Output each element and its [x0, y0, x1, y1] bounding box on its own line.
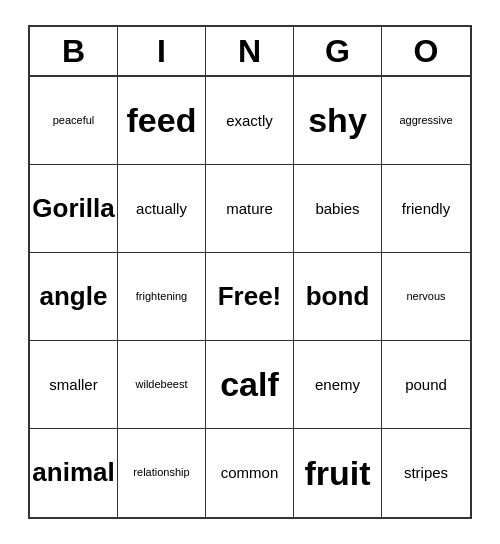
bingo-header: BINGO [30, 27, 470, 77]
bingo-cell-9[interactable]: friendly [382, 165, 470, 253]
bingo-cell-5[interactable]: Gorilla [30, 165, 118, 253]
bingo-cell-8[interactable]: babies [294, 165, 382, 253]
header-letter: I [118, 27, 206, 77]
bingo-cell-17[interactable]: calf [206, 341, 294, 429]
bingo-cell-20[interactable]: animal [30, 429, 118, 517]
bingo-cell-3[interactable]: shy [294, 77, 382, 165]
bingo-cell-21[interactable]: relationship [118, 429, 206, 517]
bingo-cell-19[interactable]: pound [382, 341, 470, 429]
bingo-cell-12[interactable]: Free! [206, 253, 294, 341]
bingo-grid: peacefulfeedexactlyshyaggressiveGorillaa… [30, 77, 470, 517]
bingo-cell-0[interactable]: peaceful [30, 77, 118, 165]
bingo-cell-13[interactable]: bond [294, 253, 382, 341]
bingo-cell-15[interactable]: smaller [30, 341, 118, 429]
header-letter: N [206, 27, 294, 77]
bingo-cell-11[interactable]: frightening [118, 253, 206, 341]
bingo-card: BINGO peacefulfeedexactlyshyaggressiveGo… [28, 25, 472, 519]
bingo-cell-2[interactable]: exactly [206, 77, 294, 165]
bingo-cell-22[interactable]: common [206, 429, 294, 517]
bingo-cell-16[interactable]: wildebeest [118, 341, 206, 429]
bingo-cell-7[interactable]: mature [206, 165, 294, 253]
bingo-cell-6[interactable]: actually [118, 165, 206, 253]
header-letter: B [30, 27, 118, 77]
bingo-cell-24[interactable]: stripes [382, 429, 470, 517]
bingo-cell-14[interactable]: nervous [382, 253, 470, 341]
bingo-cell-23[interactable]: fruit [294, 429, 382, 517]
bingo-cell-18[interactable]: enemy [294, 341, 382, 429]
header-letter: O [382, 27, 470, 77]
header-letter: G [294, 27, 382, 77]
bingo-cell-1[interactable]: feed [118, 77, 206, 165]
bingo-cell-10[interactable]: angle [30, 253, 118, 341]
bingo-cell-4[interactable]: aggressive [382, 77, 470, 165]
